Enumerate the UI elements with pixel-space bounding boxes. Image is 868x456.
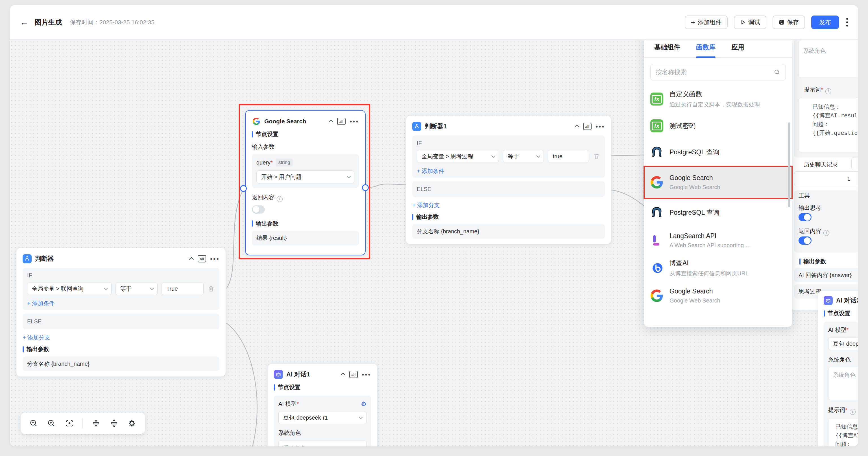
model-select[interactable]: 豆包-deepseek-r1 xyxy=(278,411,367,424)
collapse-vertical-icon[interactable] xyxy=(91,419,101,428)
gear-icon[interactable]: ⚙ xyxy=(361,400,367,408)
param-type-tag: string xyxy=(276,159,293,166)
info-icon: i xyxy=(277,196,283,202)
section-bar xyxy=(274,384,275,391)
collapse-node-icon[interactable] xyxy=(341,373,345,378)
add-condition-link[interactable]: + 添加条件 xyxy=(417,167,444,175)
system-role-textarea[interactable]: 系统角色 xyxy=(278,440,367,447)
output-thinking-toggle[interactable] xyxy=(799,213,811,221)
library-item-test-password[interactable]: fx 测试密码 xyxy=(644,114,792,138)
library-item-custom-function[interactable]: fx 自定义函数通过执行自定义脚本，实现数据处理 xyxy=(644,85,792,114)
panel-scrollbar[interactable] xyxy=(788,123,790,207)
section-bar xyxy=(252,131,253,137)
add-branch-link[interactable]: + 添加分支 xyxy=(23,334,50,341)
info-icon: i xyxy=(825,88,831,94)
add-component-button[interactable]: +添加组件 xyxy=(685,15,728,29)
node-judge1[interactable]: 判断器1 all ●●● IF 全局变量 > 思考过程 等于 true + 添加… xyxy=(406,116,611,245)
info-icon: i xyxy=(850,409,856,415)
delete-condition-icon[interactable] xyxy=(593,153,600,160)
tab-function-library[interactable]: 函数库 xyxy=(696,43,715,57)
run-all-icon[interactable]: all xyxy=(337,118,346,125)
node-ai-chat-2[interactable]: AI 对话2 节点设置 AI 模型* 豆包-deepseek-r1 系统角色 系… xyxy=(818,291,858,447)
output-thinking-label: 输出思考 xyxy=(799,204,821,211)
library-item-postgresql[interactable]: PostgreSQL 查询 xyxy=(644,138,792,166)
back-button[interactable]: ← xyxy=(20,18,29,27)
return-content-label: 返回内容i xyxy=(252,194,359,202)
tab-basic-components[interactable]: 基础组件 xyxy=(654,43,680,57)
connection-port[interactable] xyxy=(240,185,247,192)
system-role-textarea[interactable]: 系统角色 xyxy=(799,40,858,78)
condition-value-input[interactable]: True xyxy=(161,282,204,295)
library-item-bocha-ai[interactable]: 博查AI从博查搜索任何信息和网页URL xyxy=(644,254,792,282)
tab-applications[interactable]: 应用 xyxy=(731,43,744,57)
node-settings-label: 节点设置 xyxy=(828,310,850,317)
expand-vertical-icon[interactable] xyxy=(109,419,119,428)
node-google-search[interactable]: Google Search all ●●● 节点设置 输入参数 query* s… xyxy=(245,110,366,255)
info-icon: i xyxy=(824,230,829,236)
ai-chat-node-icon xyxy=(274,370,283,379)
branch-output-row: 分支名称 {branch_name} xyxy=(412,224,605,239)
component-library-panel: 基础组件 函数库 应用 按名称搜索 fx 自定义函数通过执行自定义脚本，实现数据… xyxy=(644,35,792,327)
node-ai-chat-hidden[interactable]: 系统角色 提示词*i 已知信息： {{博查AI.result}} 问题： {{开… xyxy=(789,5,858,310)
library-item-postgresql-2[interactable]: PostgreSQL 查询 xyxy=(644,198,792,227)
system-role-label: 系统角色 xyxy=(278,429,367,437)
condition-operator-select[interactable]: 等于 xyxy=(503,150,544,163)
if-label: IF xyxy=(27,272,215,279)
tools-button[interactable]: 工具 xyxy=(851,157,858,170)
condition-node-icon xyxy=(23,254,32,263)
return-content-toggle[interactable] xyxy=(799,236,811,245)
library-item-google-search[interactable]: Google SearchGoogle Web Search xyxy=(644,166,792,198)
node-more-icon[interactable]: ●●● xyxy=(349,120,359,123)
collapse-node-icon[interactable] xyxy=(574,125,579,130)
history-count-input[interactable]: 1 xyxy=(794,171,858,186)
zoom-in-icon[interactable] xyxy=(46,419,56,428)
input-params-label: 输入参数 xyxy=(252,143,359,151)
query-source-select[interactable]: 开始 > 用户问题 xyxy=(256,170,354,184)
condition-operator-select[interactable]: 等于 xyxy=(116,282,158,295)
node-more-icon[interactable]: ●●● xyxy=(595,125,605,128)
collapse-node-icon[interactable] xyxy=(189,257,194,262)
zoom-out-icon[interactable] xyxy=(29,419,38,428)
add-branch-link[interactable]: + 添加分支 xyxy=(412,201,440,209)
google-logo-icon xyxy=(650,289,663,302)
chevron-down-icon xyxy=(359,415,363,419)
debug-button[interactable]: 调试 xyxy=(734,15,766,29)
prompt-box[interactable]: 已知信息： {{博查AI.result}} 问题： {{开始.question}… xyxy=(799,98,858,152)
focus-view-icon[interactable] xyxy=(65,419,74,428)
add-condition-link[interactable]: + 添加条件 xyxy=(27,300,55,307)
delete-condition-icon[interactable] xyxy=(208,285,215,292)
node-more-icon[interactable]: ●●● xyxy=(362,373,371,376)
google-logo-icon xyxy=(252,117,261,126)
system-role-textarea[interactable]: 系统角色 xyxy=(828,367,858,400)
condition-variable-select[interactable]: 全局变量 > 联网查询 xyxy=(27,282,112,295)
prompt-box[interactable]: 已知信息: {{博查AI.result}} 问题: {{开始.question}… xyxy=(828,418,858,447)
section-bar xyxy=(252,220,253,227)
output-params-label: 输出参数 xyxy=(803,258,826,265)
return-content-toggle[interactable] xyxy=(252,205,265,214)
condition-value-input[interactable]: true xyxy=(548,150,589,163)
run-all-icon[interactable]: all xyxy=(198,255,206,262)
beautify-icon[interactable] xyxy=(127,419,137,428)
library-item-google-search-2[interactable]: Google SearchGoogle Web Search xyxy=(644,282,792,310)
model-select[interactable]: 豆包-deepseek-r1 xyxy=(828,337,858,350)
save-button[interactable]: 保存 xyxy=(773,15,805,29)
node-more-icon[interactable]: ●●● xyxy=(210,257,219,260)
output-params-label: 输出参数 xyxy=(27,346,49,353)
node-judge[interactable]: 判断器 all ●●● IF 全局变量 > 联网查询 等于 True + 添加条… xyxy=(16,248,226,377)
play-icon xyxy=(740,20,746,25)
if-label: IF xyxy=(417,140,600,146)
chevron-down-icon xyxy=(150,286,154,290)
library-search-input[interactable]: 按名称搜索 xyxy=(650,64,786,80)
condition-variable-select[interactable]: 全局变量 > 思考过程 xyxy=(417,150,499,163)
more-menu-icon[interactable] xyxy=(846,18,848,27)
save-icon xyxy=(779,20,784,25)
branch-output-row: 分支名称 {branch_name} xyxy=(23,356,219,371)
library-item-langsearch[interactable]: LangSearch APIA Web Search API supportin… xyxy=(644,227,792,254)
publish-button[interactable]: 发布 xyxy=(811,15,839,29)
node-ai-chat-1[interactable]: AI 对话1 all ●●● 节点设置 AI 模型* ⚙ 豆包-deepseek… xyxy=(268,363,377,447)
connection-port[interactable] xyxy=(362,184,369,191)
run-all-icon[interactable]: all xyxy=(583,123,592,130)
collapse-node-icon[interactable] xyxy=(329,120,333,125)
run-all-icon[interactable]: all xyxy=(349,371,358,378)
node-settings-label: 节点设置 xyxy=(278,384,301,391)
